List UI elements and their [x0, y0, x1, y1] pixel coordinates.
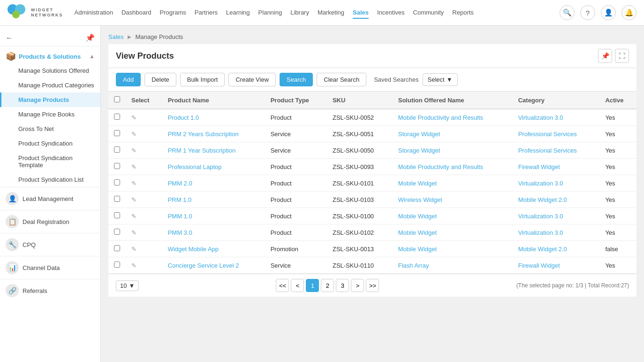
sidebar-item-manage-products[interactable]: Manage Products	[0, 92, 100, 107]
user-avatar[interactable]: 👤	[601, 5, 616, 20]
row-checkbox-0[interactable]	[114, 114, 120, 120]
edit-icon[interactable]: ✎	[131, 246, 136, 253]
nav-link-partners[interactable]: Partners	[195, 7, 218, 19]
bulk-import-button[interactable]: Bulk Import	[180, 73, 225, 86]
nav-link-reports[interactable]: Reports	[452, 7, 474, 19]
saved-searches-dropdown[interactable]: Select ▼	[423, 73, 458, 86]
select-all-checkbox[interactable]	[114, 96, 120, 102]
nav-link-incentives[interactable]: Incentives	[377, 7, 405, 19]
sidebar-item-manage-product-categories[interactable]: Manage Product Categories	[0, 78, 100, 92]
page-btn-2[interactable]: 2	[321, 279, 334, 292]
nav-link-planning[interactable]: Planning	[258, 7, 282, 19]
add-button[interactable]: Add	[116, 73, 141, 86]
solution-offered-link[interactable]: Mobile Widget	[398, 213, 437, 220]
sidebar-item-product-syndication-template[interactable]: Product Syndication Template	[0, 151, 100, 172]
notifications-icon[interactable]: 🔔	[621, 5, 636, 20]
category-link[interactable]: Firewall Widget	[518, 163, 560, 170]
sidebar-item-channel-data[interactable]: 📊 Channel Data	[0, 256, 100, 279]
category-link[interactable]: Mobile Widget 2.0	[518, 246, 567, 253]
edit-icon[interactable]: ✎	[131, 262, 136, 269]
page-btn-1[interactable]: 1	[306, 279, 319, 292]
page-btn->>[interactable]: >>	[366, 279, 379, 292]
delete-button[interactable]: Delete	[144, 73, 176, 86]
sidebar-item-deal-registration[interactable]: 📋 Deal Registration	[0, 210, 100, 233]
category-link[interactable]: Mobile Widget 2.0	[518, 196, 567, 203]
search-button[interactable]: Search	[280, 73, 313, 86]
row-checkbox-6[interactable]	[114, 212, 120, 218]
edit-icon[interactable]: ✎	[131, 147, 136, 154]
edit-icon[interactable]: ✎	[131, 114, 136, 121]
product-name-link[interactable]: Professional Laptop	[168, 163, 222, 170]
page-btn->[interactable]: >	[351, 279, 364, 292]
help-icon[interactable]: ?	[580, 5, 595, 20]
sidebar-item-product-syndication[interactable]: Product Syndication	[0, 136, 100, 151]
sidebar-section-products-solutions[interactable]: 📦 Products & Solutions ▲	[0, 46, 100, 63]
solution-offered-link[interactable]: Mobile Widget	[398, 246, 437, 253]
nav-link-sales[interactable]: Sales	[353, 7, 369, 19]
row-checkbox-7[interactable]	[114, 229, 120, 235]
edit-icon[interactable]: ✎	[131, 180, 136, 187]
solution-offered-link[interactable]: Mobile Productivity and Results	[398, 114, 483, 121]
sidebar-item-manage-price-books[interactable]: Manage Price Books	[0, 107, 100, 122]
category-link[interactable]: Professional Services	[518, 131, 577, 138]
row-checkbox-9[interactable]	[114, 262, 120, 268]
sidebar-back-button[interactable]: ←	[6, 34, 13, 42]
row-checkbox-8[interactable]	[114, 245, 120, 251]
solution-offered-link[interactable]: Flash Array	[398, 262, 429, 269]
category-link[interactable]: Professional Services	[518, 147, 577, 154]
create-view-button[interactable]: Create View	[228, 73, 276, 86]
sidebar-item-product-syndication-list[interactable]: Product Syndication List	[0, 172, 100, 187]
logo[interactable]: WIDGET NETWORKS	[8, 4, 63, 21]
product-name-link[interactable]: PRM 2 Years Subscription	[168, 131, 239, 138]
search-icon[interactable]: 🔍	[560, 5, 575, 20]
sidebar-item-gross-to-net[interactable]: Gross To Net	[0, 122, 100, 136]
sidebar-item-manage-solutions-offered[interactable]: Manage Solutions Offered	[0, 63, 100, 78]
solution-offered-link[interactable]: Wireless Widget	[398, 196, 442, 203]
product-name-link[interactable]: PMM 1.0	[168, 213, 192, 220]
page-btn-<<[interactable]: <<	[276, 279, 289, 292]
category-link[interactable]: Virtualization 3.0	[518, 180, 563, 187]
solution-offered-link[interactable]: Mobile Widget	[398, 229, 437, 236]
nav-link-dashboard[interactable]: Dashboard	[121, 7, 152, 19]
nav-link-learning[interactable]: Learning	[226, 7, 250, 19]
breadcrumb-sales[interactable]: Sales	[108, 33, 124, 40]
product-name-link[interactable]: PMM 2.0	[168, 180, 192, 187]
solution-offered-link[interactable]: Mobile Widget	[398, 180, 437, 187]
edit-icon[interactable]: ✎	[131, 196, 136, 203]
sidebar-item-lead-management[interactable]: 👤 Lead Management	[0, 187, 100, 210]
row-checkbox-3[interactable]	[114, 163, 120, 169]
pin-view-button[interactable]: 📌	[598, 49, 612, 63]
sidebar-pin-button[interactable]: 📌	[85, 33, 95, 42]
product-name-link[interactable]: Widget Mobile App	[168, 246, 219, 253]
nav-link-library[interactable]: Library	[290, 7, 309, 19]
edit-icon[interactable]: ✎	[131, 163, 136, 170]
edit-icon[interactable]: ✎	[131, 131, 136, 138]
category-link[interactable]: Virtualization 3.0	[518, 213, 563, 220]
product-name-link[interactable]: Product 1.0	[168, 114, 199, 121]
expand-button[interactable]: ⛶	[615, 49, 629, 63]
nav-link-community[interactable]: Community	[413, 7, 444, 19]
page-btn-3[interactable]: 3	[336, 279, 349, 292]
nav-link-administration[interactable]: Administration	[75, 7, 113, 19]
edit-icon[interactable]: ✎	[131, 213, 136, 220]
solution-offered-link[interactable]: Mobile Productivity and Results	[398, 163, 483, 170]
category-link[interactable]: Firewall Widget	[518, 262, 560, 269]
product-name-link[interactable]: PRM 1 Year Subscription	[168, 147, 236, 154]
solution-offered-link[interactable]: Storage Widget	[398, 131, 440, 138]
nav-link-marketing[interactable]: Marketing	[318, 7, 344, 19]
sidebar-item-cpq[interactable]: 🔧 CPQ	[0, 233, 100, 256]
row-checkbox-5[interactable]	[114, 196, 120, 202]
solution-offered-link[interactable]: Storage Widget	[398, 147, 440, 154]
product-name-link[interactable]: PRM 1.0	[168, 196, 192, 203]
nav-link-programs[interactable]: Programs	[159, 7, 186, 19]
row-checkbox-1[interactable]	[114, 130, 120, 136]
row-checkbox-2[interactable]	[114, 146, 120, 153]
sidebar-item-referrals[interactable]: 🔗 Referrals	[0, 279, 100, 302]
page-btn-<[interactable]: <	[291, 279, 304, 292]
edit-icon[interactable]: ✎	[131, 229, 136, 236]
category-link[interactable]: Virtualization 3.0	[518, 229, 563, 236]
product-name-link[interactable]: Concierge Service Level 2	[168, 262, 239, 269]
row-checkbox-4[interactable]	[114, 179, 120, 185]
product-name-link[interactable]: PMM 3.0	[168, 229, 192, 236]
page-size-dropdown[interactable]: 10 ▼	[116, 280, 139, 291]
